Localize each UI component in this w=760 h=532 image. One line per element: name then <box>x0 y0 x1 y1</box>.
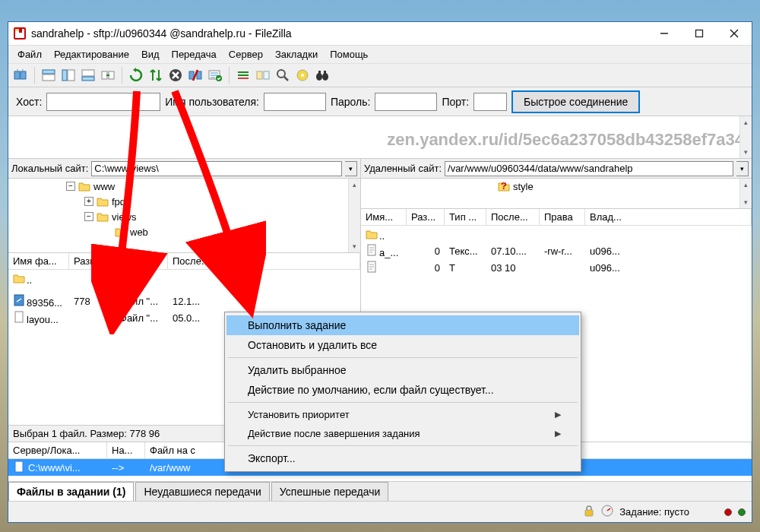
file-icon <box>13 294 25 306</box>
filter-icon[interactable] <box>234 66 252 84</box>
svg-point-28 <box>301 74 304 77</box>
ctx-run[interactable]: Выполнить задание <box>226 315 579 335</box>
chevron-right-icon: ▶ <box>555 410 561 420</box>
tree-item-label[interactable]: www <box>93 181 115 192</box>
compare-icon[interactable] <box>254 66 272 84</box>
up-folder-icon <box>13 271 25 283</box>
col-type[interactable]: Тип ... <box>445 209 486 225</box>
svg-rect-6 <box>14 71 20 79</box>
manage-icon[interactable] <box>293 66 312 84</box>
col-name[interactable]: Имя фа... <box>8 253 69 269</box>
menu-file[interactable]: Файл <box>13 47 46 62</box>
local-site-row: Локальный сайт: ▾ <box>8 159 360 179</box>
svg-rect-16 <box>102 71 107 79</box>
expand-icon[interactable]: − <box>84 212 93 221</box>
disconnect-icon[interactable] <box>186 66 204 84</box>
local-tree-scrollbar[interactable]: ▴▾ <box>348 179 360 252</box>
col-own[interactable]: Влад... <box>585 209 752 225</box>
svg-rect-13 <box>68 70 74 81</box>
pass-input[interactable] <box>375 93 437 111</box>
svg-rect-32 <box>324 71 326 74</box>
quickconnect-button[interactable]: Быстрое соединение <box>511 90 640 113</box>
cancel-icon[interactable] <box>166 66 185 84</box>
local-site-label: Локальный сайт: <box>11 163 88 174</box>
process-queue-icon[interactable] <box>147 66 165 84</box>
menu-server[interactable]: Сервер <box>224 47 268 62</box>
col-name[interactable]: Имя... <box>361 209 407 225</box>
list-item[interactable]: .. <box>8 270 360 287</box>
remote-tree-scrollbar[interactable]: ▴▾ <box>739 179 752 208</box>
tab-failed[interactable]: Неудавшиеся передачи <box>135 482 269 501</box>
local-path-input[interactable] <box>91 161 342 176</box>
tree-item-label[interactable]: style <box>513 181 534 192</box>
binoculars-icon[interactable] <box>313 66 331 84</box>
window-title: sandrahelp - sftp://u0960344 @sandrahelp… <box>31 27 647 40</box>
svg-rect-7 <box>21 71 26 79</box>
local-path-dropdown[interactable]: ▾ <box>345 161 357 176</box>
gauge-icon <box>601 505 613 519</box>
search-icon[interactable] <box>274 66 292 84</box>
log-scrollbar[interactable]: ▴▾ <box>739 116 752 158</box>
sync-browse-icon[interactable] <box>99 66 117 84</box>
port-input[interactable] <box>473 93 507 111</box>
toggle-tree-icon[interactable] <box>59 66 78 84</box>
ctx-export[interactable]: Экспорт... <box>226 448 579 468</box>
menu-edit[interactable]: Редактирование <box>49 47 134 62</box>
reconnect-icon[interactable] <box>206 66 224 84</box>
col-type[interactable]: Тип ф... <box>115 253 168 269</box>
tree-item-label[interactable]: web <box>130 226 148 238</box>
close-button[interactable] <box>717 22 752 45</box>
ctx-default-exists[interactable]: Действие по умолчанию, если файл существ… <box>226 380 579 400</box>
svg-rect-17 <box>109 71 114 79</box>
expand-icon[interactable]: + <box>84 197 93 206</box>
list-item[interactable]: 0 Т 03 10 u096... <box>361 259 752 276</box>
list-item[interactable]: .. <box>361 226 752 242</box>
app-icon <box>13 27 27 40</box>
folder-icon <box>115 226 127 237</box>
menu-transfer[interactable]: Передача <box>167 47 221 62</box>
svg-rect-12 <box>62 70 67 81</box>
remote-path-input[interactable] <box>445 161 733 176</box>
ctx-after-action[interactable]: Действие после завершения задания▶ <box>226 424 579 443</box>
menu-view[interactable]: Вид <box>137 47 164 62</box>
ctx-stop[interactable]: Остановить и удалить все <box>226 335 579 355</box>
maximize-button[interactable] <box>682 22 717 45</box>
remote-list-header[interactable]: Имя... Раз... Тип ... После... Права Вла… <box>361 209 752 226</box>
ctx-priority[interactable]: Установить приоритет▶ <box>226 405 579 424</box>
refresh-icon[interactable] <box>127 66 145 84</box>
menu-help[interactable]: Помощь <box>325 47 372 62</box>
toggle-log-icon[interactable] <box>40 66 58 84</box>
svg-rect-19 <box>189 71 194 79</box>
folder-icon <box>97 196 109 207</box>
col-size[interactable]: Раз... <box>407 209 445 225</box>
ctx-delete[interactable]: Удалить выбранное <box>226 360 579 380</box>
remote-site-row: Удаленный сайт: ▾ <box>361 159 752 179</box>
host-input[interactable] <box>46 93 160 111</box>
col-mod[interactable]: После... <box>486 209 540 225</box>
tree-item-label[interactable]: fpdf <box>112 196 128 207</box>
list-item[interactable]: 89356... 778 Файл "... 12.1... <box>8 293 360 309</box>
col-mod[interactable]: После... <box>168 253 360 269</box>
remote-path-dropdown[interactable]: ▾ <box>736 161 749 176</box>
col-size[interactable]: Разм... <box>69 253 115 269</box>
folder-icon <box>97 211 109 222</box>
tab-ok[interactable]: Успешные передачи <box>271 482 388 501</box>
tree-item-label[interactable]: views <box>112 211 137 223</box>
site-manager-icon[interactable] <box>11 66 30 84</box>
local-tree[interactable]: −www +fpdf −views web ▴▾ <box>8 179 360 253</box>
list-item[interactable]: a_... 0 Текс... 07.10.... -rw-r... u096.… <box>361 242 752 259</box>
col-dir[interactable]: На... <box>107 442 145 458</box>
svg-rect-15 <box>82 77 94 81</box>
toggle-queue-icon[interactable] <box>79 66 97 84</box>
col-perm[interactable]: Права <box>540 209 585 225</box>
svg-rect-20 <box>197 71 201 79</box>
remote-tree[interactable]: ?style ▴▾ <box>361 179 752 209</box>
tab-queued[interactable]: Файлы в задании (1) <box>8 482 134 501</box>
minimize-button[interactable] <box>647 22 682 45</box>
local-list-header[interactable]: Имя фа... Разм... Тип ф... После... <box>8 253 360 270</box>
expand-icon[interactable]: − <box>66 182 75 191</box>
svg-point-25 <box>277 70 285 78</box>
menu-bookmarks[interactable]: Закладки <box>271 47 322 62</box>
col-server[interactable]: Сервер/Лока... <box>8 442 107 458</box>
user-input[interactable] <box>264 93 326 111</box>
